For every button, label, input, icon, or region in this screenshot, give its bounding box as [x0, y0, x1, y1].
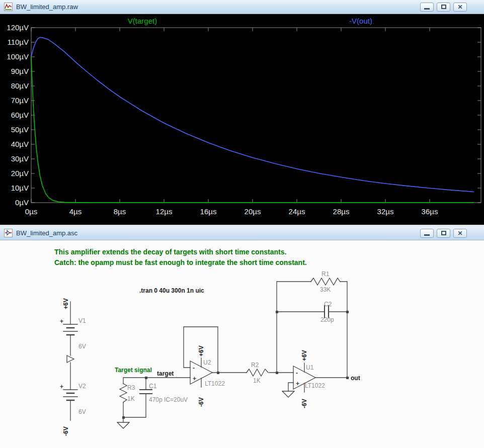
rail-plus6v-label[interactable]: +6V: [62, 298, 69, 309]
rail-plus6v-label[interactable]: +6V: [301, 350, 308, 361]
component-C1-value: 470p IC=20uV: [149, 396, 188, 403]
close-icon: ✕: [457, 230, 462, 236]
component-R2[interactable]: R2 1K: [247, 362, 268, 384]
schematic-canvas[interactable]: This amplifier extends the decay of targ…: [0, 240, 484, 448]
component-U1-value: LT1022: [305, 382, 325, 389]
trace-vtarget: [31, 57, 474, 203]
component-R1[interactable]: R1 33K: [311, 271, 340, 293]
svg-text:12µs: 12µs: [156, 207, 173, 216]
minimize-icon: [424, 8, 430, 10]
svg-text:120µV: 120µV: [7, 23, 29, 32]
plot-close-button[interactable]: ✕: [453, 3, 467, 12]
net-label-out[interactable]: out: [351, 375, 360, 382]
svg-text:32µs: 32µs: [377, 207, 394, 216]
u2-inverting-input-label: -: [193, 365, 195, 372]
v1-plus-terminal-label: +: [60, 318, 63, 325]
comment-line-2[interactable]: Catch: the opamp must be fast enough to …: [54, 258, 307, 266]
svg-text:110µV: 110µV: [7, 38, 29, 46]
component-U2-value: LT1022: [205, 380, 225, 387]
component-U2-name: U2: [203, 359, 211, 366]
component-U1-name: U1: [306, 364, 314, 371]
component-V2-value: 6V: [78, 408, 86, 415]
schematic-file-icon[interactable]: [4, 229, 13, 237]
rail-labels: +6V -6V +6V -6V +6V -6V: [62, 298, 308, 436]
component-U1[interactable]: - + U1 LT1022: [293, 364, 325, 389]
svg-text:80µV: 80µV: [11, 81, 29, 90]
schematic-window: BW_limited_amp.asc ✕ This amplifier exte…: [0, 226, 484, 448]
svg-text:40µV: 40µV: [11, 140, 29, 148]
component-U2[interactable]: - + U2 LT1022: [190, 359, 225, 387]
plot-window-controls: ✕: [420, 3, 467, 12]
net-label-target[interactable]: target: [157, 370, 174, 377]
plot-svg: V(target) -V(out) 120µV110µV100µV90µV80µ…: [0, 14, 484, 225]
svg-text:36µs: 36µs: [422, 207, 438, 216]
v2-plus-terminal-label: +: [60, 383, 63, 390]
plot-window-titlebar[interactable]: BW_limited_amp.raw ✕: [0, 0, 484, 14]
schematic-minimize-button[interactable]: [420, 229, 434, 238]
svg-text:10µV: 10µV: [11, 184, 29, 192]
svg-text:8µs: 8µs: [114, 207, 126, 216]
ground-symbol[interactable]: [282, 391, 294, 397]
svg-text:28µs: 28µs: [333, 207, 350, 216]
svg-text:100µV: 100µV: [7, 52, 29, 61]
schematic-window-titlebar[interactable]: BW_limited_amp.asc ✕: [0, 226, 484, 240]
rail-minus6v-label[interactable]: -6V: [62, 426, 69, 436]
u1-inverting-input-label: -: [296, 370, 298, 377]
component-C1[interactable]: C1 470p IC=20uV: [140, 383, 188, 403]
component-V1-name: V1: [78, 317, 86, 324]
plot-maximize-button[interactable]: [437, 3, 450, 12]
component-C2-value: 220p: [320, 316, 334, 323]
component-V2[interactable]: + V2 6V: [60, 383, 86, 415]
schematic-maximize-button[interactable]: [437, 229, 450, 238]
u1-noninverting-input-label: +: [296, 380, 299, 387]
schematic-svg: This amplifier extends the decay of targ…: [0, 240, 484, 448]
component-C1-name: C1: [149, 383, 157, 390]
close-icon: ✕: [457, 4, 462, 10]
schematic-window-title: BW_limited_amp.asc: [16, 229, 420, 237]
plot-window-title: BW_limited_amp.raw: [16, 3, 420, 11]
comment-line-1[interactable]: This amplifier extends the decay of targ…: [54, 248, 286, 256]
rail-minus6v-label[interactable]: -6V: [301, 399, 308, 408]
port-arrow-icon[interactable]: [67, 355, 74, 363]
component-V1[interactable]: + V1 6V: [60, 317, 86, 350]
waveform-plot-area[interactable]: V(target) -V(out) 120µV110µV100µV90µV80µ…: [0, 14, 484, 225]
component-R3-value: 1K: [127, 395, 135, 402]
component-R1-name: R1: [321, 271, 330, 278]
ltspice-app: BW_limited_amp.raw ✕ V(target) -V(out) 1…: [0, 0, 484, 448]
maximize-icon: [441, 5, 446, 9]
waveform-file-icon[interactable]: [4, 3, 13, 11]
svg-text:30µV: 30µV: [11, 154, 29, 163]
ground-symbol[interactable]: [117, 422, 129, 428]
trace-vout: [31, 37, 474, 192]
legend-vout[interactable]: -V(out): [349, 17, 372, 25]
legend-vtarget[interactable]: V(target): [128, 17, 157, 25]
svg-text:60µV: 60µV: [11, 111, 29, 119]
component-R3[interactable]: R3 1K: [120, 384, 135, 402]
component-R2-name: R2: [251, 362, 259, 369]
plot-minimize-button[interactable]: [420, 3, 434, 12]
svg-text:4µs: 4µs: [69, 207, 82, 216]
u2-noninverting-input-label: +: [193, 375, 196, 382]
component-V1-value: 6V: [78, 343, 86, 350]
maximize-icon: [441, 231, 446, 235]
target-signal-note[interactable]: Target signal: [115, 367, 152, 374]
svg-text:0µV: 0µV: [15, 198, 29, 207]
svg-text:0µs: 0µs: [25, 207, 38, 216]
schematic-window-controls: ✕: [420, 229, 467, 238]
rail-plus6v-label[interactable]: +6V: [198, 345, 205, 356]
axis-ticks: 120µV110µV100µV90µV80µV70µV60µV50µV40µV3…: [7, 23, 481, 216]
component-R2-value: 1K: [253, 377, 261, 384]
svg-text:90µV: 90µV: [11, 67, 29, 75]
svg-text:50µV: 50µV: [11, 125, 29, 134]
svg-text:20µs: 20µs: [245, 207, 261, 216]
component-C2-name: C2: [324, 301, 332, 308]
svg-text:24µs: 24µs: [289, 207, 305, 216]
component-R1-value: 33K: [320, 286, 331, 293]
svg-text:20µV: 20µV: [11, 169, 29, 177]
component-V2-name: V2: [78, 383, 86, 390]
schematic-close-button[interactable]: ✕: [453, 229, 467, 238]
rail-minus6v-label[interactable]: -6V: [198, 397, 205, 407]
component-R3-name: R3: [127, 384, 135, 391]
plot-border: [31, 28, 481, 203]
spice-directive[interactable]: .tran 0 40u 300n 1n uic: [139, 287, 204, 294]
